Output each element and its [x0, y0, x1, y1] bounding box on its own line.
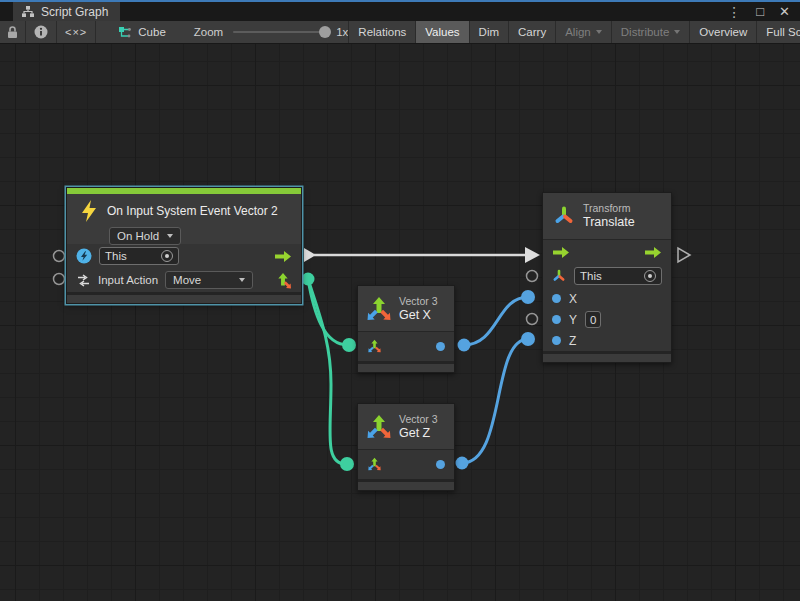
- gameobject-icon: [76, 248, 92, 264]
- object-picker-icon[interactable]: [644, 270, 656, 282]
- zoom-control: Zoom 1x: [194, 21, 349, 43]
- getz-output-port[interactable]: [436, 460, 445, 469]
- event-input-action-port[interactable]: [54, 274, 65, 285]
- graph-asset-icon: [118, 26, 132, 39]
- dropdown-caret-icon: [239, 278, 245, 282]
- vector2-type-icon: [276, 272, 292, 289]
- translate-flow-in-arrowhead[interactable]: [525, 247, 540, 263]
- transform-icon: [553, 205, 575, 227]
- input-action-label: Input Action: [98, 274, 158, 286]
- dropdown-caret-icon: [596, 30, 602, 34]
- translate-this-row: This: [543, 264, 671, 288]
- translate-node-header: Transform Translate: [543, 193, 671, 240]
- translate-z-row: Z: [543, 330, 671, 351]
- event-node-title: On Input System Event Vector 2: [107, 204, 278, 218]
- object-picker-icon[interactable]: [161, 250, 173, 262]
- getx-type-label: Vector 3: [399, 294, 438, 308]
- window-maximize-button[interactable]: □: [756, 5, 764, 18]
- code-view-button[interactable]: <×>: [57, 21, 96, 43]
- wire-event-to-getz[interactable]: [308, 279, 346, 464]
- zoom-slider-track[interactable]: [233, 31, 328, 33]
- translate-y-label: Y: [569, 313, 577, 327]
- vector3-input-port-icon[interactable]: [367, 339, 382, 354]
- tab-script-graph[interactable]: Script Graph: [13, 2, 120, 21]
- graph-toolbar: <×> Cube Zoom 1x Relations Values: [0, 21, 800, 44]
- overview-button[interactable]: Overview: [689, 21, 756, 43]
- translate-this-field[interactable]: This: [574, 267, 662, 285]
- lock-icon: [7, 26, 18, 39]
- translate-type-label: Transform: [583, 201, 635, 215]
- translate-y-value-field[interactable]: 0: [585, 311, 601, 328]
- zoom-slider-handle[interactable]: [319, 26, 331, 38]
- graph-name-label: Cube: [138, 26, 166, 38]
- vector3-icon: [366, 296, 392, 322]
- translate-x-label: X: [569, 292, 577, 306]
- getx-node-header: Vector 3 Get X: [358, 286, 454, 332]
- node-vector3-get-z[interactable]: Vector 3 Get Z: [357, 403, 455, 491]
- lightning-bolt-icon: [79, 199, 99, 223]
- graph-breadcrumb[interactable]: Cube: [112, 21, 172, 43]
- relations-button[interactable]: Relations: [348, 21, 415, 43]
- translate-flow-row: [543, 240, 671, 264]
- translate-this-port[interactable]: [527, 271, 538, 282]
- flow-arrow-icon: [274, 250, 292, 263]
- zoom-value-label: 1x: [336, 26, 348, 38]
- translate-y-port[interactable]: [527, 314, 538, 325]
- getx-port-row: [358, 332, 454, 361]
- translate-y-input-port[interactable]: [552, 315, 561, 324]
- getz-output-connection-dot[interactable]: [456, 457, 469, 470]
- dim-button[interactable]: Dim: [469, 21, 508, 43]
- translate-z-connection-dot[interactable]: [521, 332, 535, 346]
- translate-y-row: Y 0: [543, 309, 671, 330]
- translate-z-label: Z: [569, 334, 576, 348]
- window-close-button[interactable]: ✕: [779, 5, 790, 18]
- translate-node-footer: [543, 351, 671, 362]
- distribute-dropdown-button[interactable]: Distribute: [611, 21, 690, 43]
- graph-canvas[interactable]: On Input System Event Vector 2 On Hold T…: [0, 44, 800, 601]
- node-transform-translate[interactable]: Transform Translate: [542, 192, 672, 363]
- getx-title: Get X: [399, 308, 438, 324]
- full-screen-button[interactable]: Full Screen: [756, 21, 800, 43]
- translate-flow-out-port[interactable]: [678, 248, 690, 262]
- getx-output-port[interactable]: [436, 342, 445, 351]
- vector3-input-port-icon[interactable]: [367, 457, 382, 472]
- getz-type-label: Vector 3: [399, 412, 438, 426]
- window-menu-button[interactable]: ⋮: [727, 5, 741, 19]
- translate-z-input-port[interactable]: [552, 336, 561, 345]
- event-node-footer: [67, 292, 301, 303]
- event-flow-out-port[interactable]: [304, 248, 316, 262]
- flow-out-arrow-icon[interactable]: [644, 246, 662, 259]
- getx-input-connection-dot[interactable]: [342, 338, 356, 352]
- event-vector2-out-port[interactable]: [302, 273, 315, 286]
- zoom-label: Zoom: [194, 26, 223, 38]
- event-input-action-row: Input Action Move: [67, 268, 301, 292]
- wire-getz-to-translate-z[interactable]: [462, 339, 528, 463]
- event-this-field[interactable]: This: [99, 247, 179, 265]
- getx-output-connection-dot[interactable]: [458, 339, 471, 352]
- translate-x-connection-dot[interactable]: [521, 290, 535, 304]
- values-button[interactable]: Values: [415, 21, 468, 43]
- tab-bar: Script Graph ⋮ □ ✕: [0, 2, 800, 21]
- transform-mini-icon: [552, 269, 566, 283]
- carry-button[interactable]: Carry: [508, 21, 555, 43]
- info-button[interactable]: [26, 21, 57, 43]
- getz-title: Get Z: [399, 426, 438, 442]
- wire-event-to-getx[interactable]: [308, 279, 348, 345]
- input-action-dropdown[interactable]: Move: [165, 271, 253, 289]
- event-node-header: On Input System Event Vector 2 On Hold: [67, 194, 301, 244]
- window-controls: ⋮ □ ✕: [727, 2, 800, 21]
- node-on-input-system-event[interactable]: On Input System Event Vector 2 On Hold T…: [66, 187, 302, 304]
- flow-in-arrow-icon[interactable]: [552, 246, 570, 259]
- getz-input-connection-dot[interactable]: [340, 457, 354, 471]
- event-this-port[interactable]: [54, 251, 65, 262]
- tab-title: Script Graph: [41, 5, 108, 19]
- lock-button[interactable]: [0, 21, 26, 43]
- translate-x-input-port[interactable]: [552, 294, 561, 303]
- translate-title: Translate: [583, 215, 635, 231]
- dropdown-caret-icon: [167, 234, 173, 238]
- event-mode-dropdown[interactable]: On Hold: [109, 227, 181, 245]
- wire-getx-to-translate-x[interactable]: [464, 297, 528, 345]
- node-vector3-get-x[interactable]: Vector 3 Get X: [357, 285, 455, 373]
- info-icon: [34, 25, 48, 39]
- align-dropdown-button[interactable]: Align: [555, 21, 611, 43]
